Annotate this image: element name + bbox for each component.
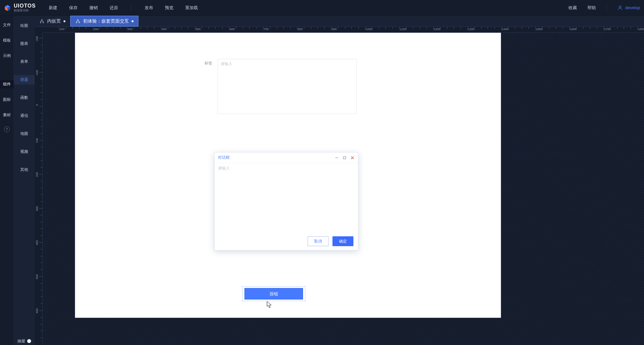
tab-dirty-dot-icon [132,20,134,22]
canvas-surface[interactable]: 标签 请输入 对话框 [43,33,644,345]
top-toolbar: UIOTOS 前端零代码 新建 保存 撤销 还原 发布 预览 重加载 收藏 帮助… [0,0,644,16]
tab-dirty-dot-icon [63,20,65,22]
rail-file[interactable]: 文件 [0,21,14,29]
tabs-row: 内嵌页 初体验：嵌套页面交互 [35,16,644,27]
ruler-h-label: 1500 [536,27,543,31]
ruler-h-label: 400 [162,27,167,31]
left-rail: 文件 模板 示例 组件 图标 素材 ? [0,16,14,345]
toolbar-save[interactable]: 保存 [69,5,78,11]
toolbar-undo[interactable]: 撤销 [89,5,98,11]
component-comm[interactable]: 通信 [14,111,35,120]
toolbar-redo[interactable]: 还原 [110,5,118,11]
toolbar-help[interactable]: 帮助 [587,5,596,11]
ruler-h-label: 1100 [400,27,406,31]
ruler-h-label: 100 [60,27,64,31]
ruler-h-label: 800 [298,27,303,31]
hierarchy-icon [39,19,45,24]
tab-label: 初体验：嵌套页面交互 [83,18,129,24]
dialog-ok-button[interactable]: 确定 [332,236,353,246]
ruler-v-label: -200 [35,36,39,42]
ruler-v-label: 200 [35,172,39,177]
toolbar-favorite[interactable]: 收藏 [568,5,577,11]
toolbar-right-sep [606,5,607,11]
dialog-cancel-button[interactable]: 取消 [308,236,329,246]
brand-logo-icon [4,4,11,11]
maximize-icon[interactable] [342,155,347,160]
toolbar-new[interactable]: 新建 [49,5,57,11]
brand[interactable]: UIOTOS 前端零代码 [4,3,36,12]
svg-point-9 [79,22,80,23]
dialog[interactable]: 对话框 [214,152,358,250]
svg-rect-11 [344,156,346,159]
brand-tagline: 前端零代码 [14,9,36,12]
vertical-ruler[interactable]: -200-1000100200300400500600 [35,33,43,345]
svg-point-4 [42,19,43,20]
component-video[interactable]: 视频 [14,147,35,156]
ruler-h-label: 1700 [604,27,611,31]
ruler-h-label: 1600 [570,27,577,31]
svg-point-7 [78,19,79,20]
horizontal-ruler[interactable]: 1002003004005006007008009001000110012001… [43,27,644,33]
toolbar-publish[interactable]: 发布 [145,5,153,11]
textarea-placeholder: 请输入 [221,62,232,66]
dialog-window-controls [334,155,355,160]
brand-name: UIOTOS [14,3,36,9]
rail-component[interactable]: 组件 [0,80,14,88]
toolbar-preview[interactable]: 预览 [165,5,173,11]
tab-first-experience[interactable]: 初体验：嵌套页面交互 [70,16,138,27]
ruler-v-label: 500 [35,274,39,279]
rail-template[interactable]: 模板 [0,36,14,45]
ruler-h-label: 1300 [468,27,474,31]
component-function[interactable]: 函数 [14,93,35,102]
field-label[interactable]: 标签 [205,61,212,66]
ruler-v-label: 300 [35,206,39,211]
close-icon[interactable] [350,155,355,160]
dialog-header[interactable]: 对话框 [215,153,358,163]
rail-help-icon[interactable]: ? [4,126,10,132]
ruler-h-label: 1400 [502,27,509,31]
toolbar-right: 收藏 帮助 develop [568,5,640,11]
component-other[interactable]: 其他 [14,165,35,174]
ruler-h-label: 200 [94,27,98,31]
drawer-dot-icon [27,339,31,343]
drawer-label: 抽屉 [17,338,25,344]
dialog-title: 对话框 [218,155,230,160]
ruler-h-label: 900 [332,27,337,31]
canvas-button[interactable]: 按钮 [244,288,303,300]
ruler-v-label: -100 [35,70,39,76]
svg-point-6 [43,22,44,23]
ruler-h-label: 1200 [434,27,440,31]
ruler-h-label: 700 [264,27,269,31]
canvas-area: 1002003004005006007008009001000110012001… [35,27,644,345]
tab-inner-page[interactable]: 内嵌页 [35,16,70,27]
ruler-h-label: 500 [196,27,201,31]
canvas-button-selection[interactable]: 按钮 [242,286,305,301]
rail-example[interactable]: 示例 [0,52,14,60]
component-chart[interactable]: 图表 [14,39,35,48]
page-artboard[interactable]: 标签 请输入 对话框 [75,33,501,318]
ruler-h-label: 600 [230,27,235,31]
svg-point-5 [40,22,41,23]
component-panel: 绘图 图表 表单 容器 函数 通信 地图 视频 其他 [14,16,35,345]
ruler-h-label: 300 [128,27,133,31]
cursor-icon [267,301,272,308]
toolbar-actions: 新建 保存 撤销 还原 发布 预览 重加载 [49,5,198,11]
user-icon [617,5,623,11]
rail-icon[interactable]: 图标 [0,96,14,104]
user-name: develop [625,5,640,10]
svg-point-8 [76,22,77,23]
component-container[interactable]: 容器 [14,75,35,84]
minimize-icon[interactable] [334,155,339,160]
hierarchy-icon [75,19,80,24]
component-drawing[interactable]: 绘图 [14,21,35,30]
dialog-body[interactable]: 请输入 [215,163,358,234]
dialog-footer: 取消 确定 [215,234,358,250]
component-map[interactable]: 地图 [14,129,35,138]
toolbar-reload[interactable]: 重加载 [185,5,198,11]
rail-asset[interactable]: 素材 [0,111,14,119]
drawer-toggle[interactable]: 抽屉 [14,337,35,345]
user-chip[interactable]: develop [617,5,640,11]
textarea-top[interactable]: 请输入 [218,59,357,114]
toolbar-divider [131,5,132,11]
component-form[interactable]: 表单 [14,57,35,66]
